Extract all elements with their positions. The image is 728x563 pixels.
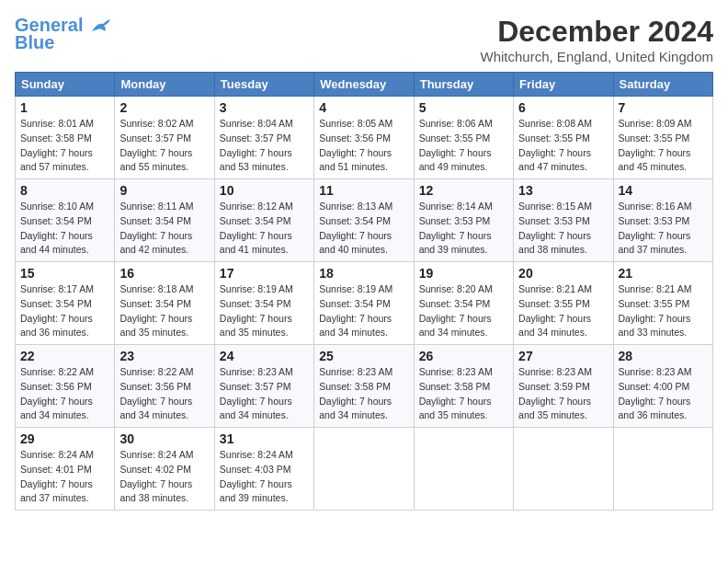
day-info: Sunrise: 8:01 AM Sunset: 3:58 PM Dayligh… [20, 117, 109, 175]
sunrise-label: Sunrise: 8:18 AM [119, 283, 193, 294]
sunrise-label: Sunrise: 8:10 AM [20, 201, 94, 212]
day-header-monday: Monday [115, 73, 214, 97]
logo-line2: Blue [15, 32, 54, 53]
month-title: December 2024 [481, 15, 713, 49]
day-info: Sunrise: 8:24 AM Sunset: 4:02 PM Dayligh… [119, 448, 209, 506]
day-info: Sunrise: 8:11 AM Sunset: 3:54 PM Dayligh… [119, 200, 209, 258]
day-number: 31 [220, 431, 309, 446]
day-number: 28 [619, 349, 708, 363]
day-number: 25 [319, 349, 408, 363]
sunset-label: Sunset: 3:53 PM [518, 215, 590, 226]
empty-cell [314, 428, 414, 511]
calendar-week-2: 8 Sunrise: 8:10 AM Sunset: 3:54 PM Dayli… [16, 179, 713, 262]
day-number: 10 [220, 183, 309, 198]
sunrise-label: Sunrise: 8:11 AM [119, 201, 193, 212]
sunset-label: Sunset: 3:57 PM [220, 381, 291, 392]
sunrise-label: Sunrise: 8:24 AM [119, 449, 193, 460]
calendar-day-3: 3 Sunrise: 8:04 AM Sunset: 3:57 PM Dayli… [214, 97, 313, 179]
daylight-label: Daylight: 7 hours and 49 minutes. [419, 147, 492, 173]
calendar-day-23: 23 Sunrise: 8:22 AM Sunset: 3:56 PM Dayl… [115, 345, 214, 428]
day-number: 30 [119, 431, 209, 446]
day-number: 7 [619, 100, 708, 115]
sunset-label: Sunset: 3:54 PM [20, 215, 92, 226]
calendar-day-6: 6 Sunrise: 8:08 AM Sunset: 3:55 PM Dayli… [514, 97, 613, 179]
calendar-day-11: 11 Sunrise: 8:13 AM Sunset: 3:54 PM Dayl… [314, 179, 414, 262]
day-number: 27 [518, 349, 608, 363]
day-info: Sunrise: 8:18 AM Sunset: 3:54 PM Dayligh… [119, 282, 209, 340]
sunset-label: Sunset: 3:56 PM [20, 381, 92, 392]
calendar-day-28: 28 Sunrise: 8:23 AM Sunset: 4:00 PM Dayl… [613, 345, 712, 428]
sunset-label: Sunset: 3:59 PM [518, 381, 590, 392]
sunset-label: Sunset: 3:54 PM [419, 298, 491, 309]
day-info: Sunrise: 8:10 AM Sunset: 3:54 PM Dayligh… [20, 200, 109, 258]
sunrise-label: Sunrise: 8:14 AM [419, 201, 493, 212]
sunrise-label: Sunrise: 8:23 AM [518, 366, 592, 377]
sunset-label: Sunset: 3:56 PM [319, 132, 391, 144]
sunset-label: Sunset: 3:55 PM [518, 132, 590, 144]
day-number: 11 [319, 183, 408, 198]
daylight-label: Daylight: 7 hours and 44 minutes. [20, 230, 93, 256]
daylight-label: Daylight: 7 hours and 34 minutes. [119, 396, 192, 421]
sunrise-label: Sunrise: 8:01 AM [20, 118, 94, 129]
calendar-day-15: 15 Sunrise: 8:17 AM Sunset: 3:54 PM Dayl… [16, 262, 115, 345]
daylight-label: Daylight: 7 hours and 42 minutes. [119, 230, 192, 256]
daylight-label: Daylight: 7 hours and 38 minutes. [518, 230, 591, 256]
sunrise-label: Sunrise: 8:12 AM [220, 201, 293, 212]
sunrise-label: Sunrise: 8:15 AM [518, 201, 592, 212]
day-number: 29 [20, 431, 109, 446]
sunrise-label: Sunrise: 8:09 AM [619, 118, 692, 129]
daylight-label: Daylight: 7 hours and 36 minutes. [20, 313, 93, 339]
sunrise-label: Sunrise: 8:23 AM [319, 366, 392, 377]
calendar-day-16: 16 Sunrise: 8:18 AM Sunset: 3:54 PM Dayl… [115, 262, 214, 345]
calendar-day-26: 26 Sunrise: 8:23 AM Sunset: 3:58 PM Dayl… [414, 345, 513, 428]
sunrise-label: Sunrise: 8:02 AM [119, 118, 193, 129]
day-info: Sunrise: 8:24 AM Sunset: 4:01 PM Dayligh… [20, 448, 109, 506]
day-info: Sunrise: 8:17 AM Sunset: 3:54 PM Dayligh… [20, 282, 109, 340]
daylight-label: Daylight: 7 hours and 34 minutes. [220, 396, 292, 421]
sunset-label: Sunset: 4:01 PM [20, 464, 92, 475]
daylight-label: Daylight: 7 hours and 35 minutes. [220, 313, 292, 339]
day-info: Sunrise: 8:08 AM Sunset: 3:55 PM Dayligh… [518, 117, 608, 175]
sunset-label: Sunset: 3:55 PM [619, 298, 690, 309]
day-info: Sunrise: 8:05 AM Sunset: 3:56 PM Dayligh… [319, 117, 408, 175]
calendar-day-5: 5 Sunrise: 8:06 AM Sunset: 3:55 PM Dayli… [414, 97, 513, 179]
sunrise-label: Sunrise: 8:24 AM [220, 449, 293, 460]
calendar-day-9: 9 Sunrise: 8:11 AM Sunset: 3:54 PM Dayli… [115, 179, 214, 262]
calendar-day-1: 1 Sunrise: 8:01 AM Sunset: 3:58 PM Dayli… [16, 97, 115, 179]
sunrise-label: Sunrise: 8:16 AM [619, 201, 692, 212]
day-number: 15 [20, 266, 109, 281]
day-header-saturday: Saturday [613, 73, 712, 97]
day-header-thursday: Thursday [414, 73, 513, 97]
day-number: 3 [220, 100, 309, 115]
sunset-label: Sunset: 3:54 PM [220, 215, 291, 226]
daylight-label: Daylight: 7 hours and 39 minutes. [419, 230, 492, 256]
day-info: Sunrise: 8:22 AM Sunset: 3:56 PM Dayligh… [20, 365, 109, 423]
sunset-label: Sunset: 3:54 PM [119, 298, 191, 309]
daylight-label: Daylight: 7 hours and 51 minutes. [319, 147, 392, 173]
sunrise-label: Sunrise: 8:23 AM [220, 366, 293, 377]
day-number: 16 [119, 266, 209, 281]
sunrise-label: Sunrise: 8:24 AM [20, 449, 94, 460]
calendar-day-29: 29 Sunrise: 8:24 AM Sunset: 4:01 PM Dayl… [16, 428, 115, 511]
sunset-label: Sunset: 3:54 PM [220, 298, 291, 309]
sunrise-label: Sunrise: 8:19 AM [220, 283, 293, 294]
day-header-friday: Friday [514, 73, 613, 97]
sunset-label: Sunset: 3:55 PM [518, 298, 590, 309]
daylight-label: Daylight: 7 hours and 35 minutes. [119, 313, 192, 339]
day-info: Sunrise: 8:12 AM Sunset: 3:54 PM Dayligh… [220, 200, 309, 258]
calendar-week-1: 1 Sunrise: 8:01 AM Sunset: 3:58 PM Dayli… [16, 97, 713, 179]
daylight-label: Daylight: 7 hours and 34 minutes. [518, 313, 591, 339]
sunset-label: Sunset: 3:57 PM [119, 132, 191, 144]
daylight-label: Daylight: 7 hours and 57 minutes. [20, 147, 93, 173]
day-info: Sunrise: 8:23 AM Sunset: 3:57 PM Dayligh… [220, 365, 309, 423]
daylight-label: Daylight: 7 hours and 35 minutes. [419, 396, 492, 421]
day-number: 21 [619, 266, 708, 281]
day-number: 20 [518, 266, 608, 281]
day-info: Sunrise: 8:21 AM Sunset: 3:55 PM Dayligh… [518, 282, 608, 340]
calendar-table: SundayMondayTuesdayWednesdayThursdayFrid… [15, 72, 713, 511]
day-number: 22 [20, 349, 109, 363]
sunrise-label: Sunrise: 8:19 AM [319, 283, 392, 294]
day-number: 12 [419, 183, 508, 198]
day-info: Sunrise: 8:02 AM Sunset: 3:57 PM Dayligh… [119, 117, 209, 175]
sunset-label: Sunset: 3:58 PM [20, 132, 92, 144]
